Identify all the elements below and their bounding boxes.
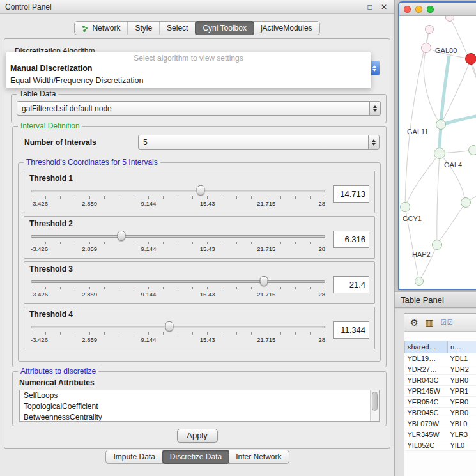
network-node[interactable] [468, 145, 476, 155]
slider-thumb[interactable] [260, 276, 268, 286]
network-node[interactable] [400, 202, 410, 212]
tick-mark [89, 332, 90, 335]
table-cell[interactable]: YBR043C [405, 375, 448, 386]
table-cell[interactable]: YLR345W [405, 429, 448, 440]
float-window-icon[interactable]: □ [365, 3, 375, 12]
slider-thumb[interactable] [118, 231, 126, 241]
table-data-combo[interactable]: galFiltered.sif default node [17, 101, 381, 116]
table-row[interactable]: YLR345WYLR3 [405, 429, 476, 440]
threshold-2-slider[interactable]: -3.4262.8599.14415.4321.71528 [29, 229, 326, 255]
tab-cyni-toolbox[interactable]: Cyni Toolbox [195, 21, 254, 35]
table-cell[interactable]: YBL0 [448, 418, 476, 429]
table-cell[interactable]: YDL1 [448, 353, 476, 364]
network-node[interactable] [434, 148, 445, 159]
tab-discretize-data[interactable]: Discretize Data [162, 450, 229, 464]
tab-infer-network[interactable]: Infer Network [229, 450, 288, 463]
table-row[interactable]: YBR045CYBR0 [405, 408, 476, 418]
list-item-topologicalcoefficient[interactable]: TopologicalCoefficient [20, 401, 379, 412]
tab-impute-data[interactable]: Impute Data [106, 450, 162, 463]
table-cell[interactable]: YBR0 [448, 408, 476, 418]
threshold-1-value-field[interactable]: 14.713 [333, 185, 369, 203]
table-row[interactable]: YPR145WYPR1 [405, 386, 476, 397]
tick-mark [207, 287, 208, 289]
network-node[interactable] [421, 43, 431, 53]
tick-mark [236, 242, 237, 244]
table-row[interactable]: YDR27…YDR2 [405, 364, 476, 375]
tick-mark [325, 242, 325, 244]
slider-tick-label: -3.426 [31, 200, 48, 207]
list-scrollbar[interactable] [370, 390, 379, 421]
tick-mark [266, 332, 266, 335]
tick-mark [222, 196, 222, 199]
table-cell[interactable]: YBR0 [448, 375, 476, 386]
slider-thumb[interactable] [165, 321, 173, 332]
gear-icon[interactable]: ⚙ [410, 318, 418, 327]
network-node[interactable] [436, 119, 446, 130]
list-item-betweennesscentrality[interactable]: BetweennessCentrality [20, 412, 379, 422]
column-header-shared-name[interactable]: shared… [405, 341, 448, 353]
minimize-traffic-light-icon[interactable] [415, 6, 422, 13]
tab-network[interactable]: Network [75, 22, 128, 35]
network-node[interactable] [415, 277, 424, 286]
slider-tick-label: 9.144 [141, 245, 157, 252]
table-cell[interactable]: YDR2 [448, 364, 476, 375]
network-canvas[interactable]: GAL80GAL11GAL4GCY1HAP2 [399, 16, 476, 289]
table-cell[interactable]: YBL079W [405, 418, 448, 429]
threshold-3-slider[interactable]: -3.4262.8599.14415.4321.71528 [29, 275, 326, 300]
zoom-traffic-light-icon[interactable] [427, 6, 434, 13]
slider-track[interactable] [31, 235, 325, 238]
tick-mark [104, 196, 105, 199]
table-cell[interactable]: YLR3 [448, 429, 476, 440]
scrollbar-thumb[interactable] [372, 392, 378, 411]
network-node[interactable] [432, 240, 442, 250]
table-gap [404, 332, 476, 341]
slider-tick-label: 21.715 [257, 336, 275, 343]
table-row[interactable]: YBR043CYBR0 [405, 375, 476, 386]
dropdown-option-manual-discretization[interactable]: Manual Discretization [6, 63, 371, 75]
network-node[interactable] [425, 25, 434, 34]
tab-select[interactable]: Select [160, 22, 196, 35]
tick-mark [31, 332, 31, 335]
list-item-selfloops[interactable]: SelfLoops [20, 390, 379, 401]
tick-mark [75, 287, 75, 289]
slider-tick-label: -3.426 [31, 245, 48, 252]
table-cell[interactable]: YIL052C [405, 440, 448, 451]
table-row[interactable]: YIL052CYIL0 [405, 440, 476, 451]
apply-button[interactable]: Apply [177, 429, 218, 443]
slider-track[interactable] [31, 280, 325, 283]
network-node[interactable] [461, 197, 471, 208]
tick-mark [280, 196, 281, 199]
close-traffic-light-icon[interactable] [404, 6, 411, 13]
table-cell[interactable]: YDL19… [405, 353, 448, 364]
table-cell[interactable]: YPR145W [405, 386, 448, 397]
tab-style[interactable]: Style [128, 22, 160, 35]
table-cell[interactable]: YBR045C [405, 408, 448, 418]
tick-mark [192, 332, 193, 335]
table-cell[interactable]: YDR27… [405, 364, 448, 375]
table-cell[interactable]: YPR1 [448, 386, 476, 397]
table-row[interactable]: YBL079WYBL0 [405, 418, 476, 429]
tick-mark [266, 287, 266, 289]
dropdown-option-equal-width-frequency[interactable]: Equal Width/Frequency Discretization [6, 75, 371, 87]
table-cell[interactable]: YER0 [448, 397, 476, 408]
threshold-4-slider[interactable]: -3.4262.8599.14415.4321.71528 [29, 320, 326, 346]
numerical-attributes-label: Numerical Attributes [19, 378, 95, 387]
columns-icon[interactable]: ▥ [426, 318, 434, 327]
select-columns-icon[interactable]: ☑☑ [441, 319, 454, 326]
slider-thumb[interactable] [197, 185, 205, 196]
threshold-1-slider[interactable]: -3.4262.8599.14415.4321.71528 [29, 184, 326, 210]
threshold-4-value-field[interactable]: 11.344 [333, 321, 369, 339]
threshold-3-value-field[interactable]: 21.4 [333, 276, 369, 293]
table-row[interactable]: YER054CYER0 [405, 397, 476, 408]
slider-track[interactable] [31, 326, 325, 328]
table-row[interactable]: YDL19…YDL1 [405, 353, 476, 364]
threshold-2-value-field[interactable]: 6.316 [333, 231, 369, 248]
tab-jactivemodules[interactable]: jActiveModules [254, 22, 319, 35]
column-header-name[interactable]: n… [448, 341, 476, 353]
network-node[interactable] [465, 53, 476, 65]
slider-track[interactable] [31, 190, 325, 192]
close-window-icon[interactable]: ✕ [379, 3, 389, 12]
table-cell[interactable]: YER054C [405, 397, 448, 408]
table-cell[interactable]: YIL0 [448, 440, 476, 451]
number-of-intervals-combo[interactable]: 5 [138, 135, 380, 150]
